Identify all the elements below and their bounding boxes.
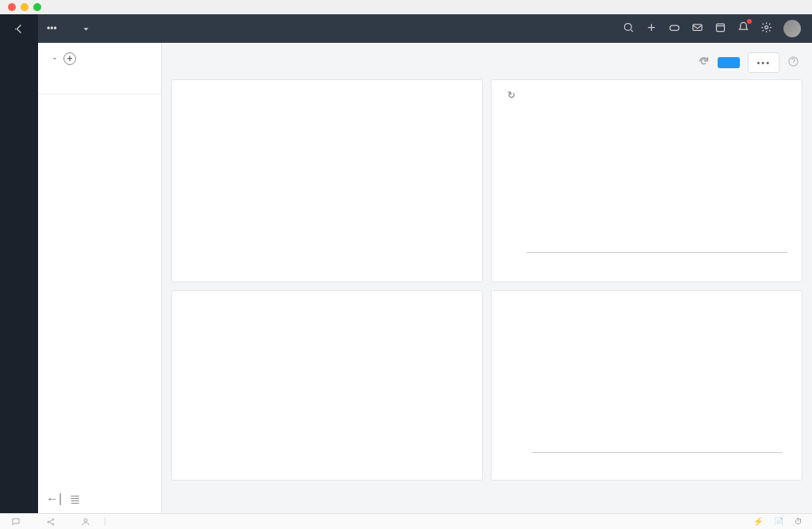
sidebar: + ←| ≣ (38, 43, 162, 513)
panel-pipeline-by-stage (171, 79, 483, 282)
bottom-channels[interactable] (35, 517, 70, 527)
bottom-chats[interactable] (0, 517, 35, 527)
list-view-icon[interactable]: ≣ (70, 492, 80, 507)
back-button[interactable] (0, 14, 38, 43)
svg-point-8 (52, 523, 54, 525)
topbar: ••• (0, 14, 812, 43)
bottom-icon-2[interactable]: 📄 (774, 517, 783, 526)
svg-point-0 (625, 24, 632, 31)
more-button[interactable]: ••• (748, 52, 779, 73)
minimize-window-icon[interactable] (21, 3, 29, 11)
refresh-icon[interactable] (698, 56, 710, 71)
calendar-icon[interactable] (714, 21, 726, 36)
mail-icon[interactable] (691, 21, 703, 36)
add-component-button[interactable] (718, 57, 740, 68)
add-dashboard-button[interactable]: + (63, 52, 76, 65)
svg-rect-1 (670, 25, 679, 30)
maximize-window-icon[interactable] (33, 3, 41, 11)
sidebar-heading: + (38, 43, 161, 70)
svg-rect-2 (693, 25, 702, 31)
window-chrome (0, 0, 812, 14)
bell-icon[interactable] (737, 21, 749, 36)
close-window-icon[interactable] (8, 3, 16, 11)
svg-point-7 (52, 519, 54, 520)
bottom-contacts[interactable] (70, 517, 105, 527)
gamepad-icon[interactable] (668, 21, 680, 36)
svg-point-4 (765, 26, 768, 29)
panel-pipeline-by-probability: ↻ (491, 79, 802, 282)
gear-icon[interactable] (760, 21, 772, 36)
app-rail (0, 43, 38, 513)
refresh-panel-icon[interactable]: ↻ (508, 90, 515, 101)
search-icon[interactable] (622, 21, 634, 36)
bottom-icon-3[interactable]: ⏱ (795, 517, 802, 526)
chevron-down-icon[interactable] (51, 55, 59, 63)
svg-rect-3 (717, 24, 725, 31)
user-avatar[interactable] (783, 20, 801, 37)
panel-deals-by-type (491, 290, 802, 481)
help-icon[interactable] (787, 56, 799, 71)
bottom-bar: ⚡ 📄 ⏱ (0, 513, 812, 529)
panel-zylker-big-deals (171, 290, 483, 481)
bottom-icon-1[interactable]: ⚡ (753, 517, 763, 526)
smart-chat-input[interactable] (117, 517, 291, 526)
svg-point-6 (48, 521, 49, 523)
plus-icon[interactable] (645, 21, 657, 36)
all-tabs-dropdown[interactable] (66, 23, 103, 35)
sidebar-search-input[interactable] (38, 70, 161, 94)
svg-point-9 (84, 519, 87, 522)
collapse-sidebar-icon[interactable]: ←| (46, 492, 62, 507)
more-menu[interactable]: ••• (38, 14, 66, 43)
